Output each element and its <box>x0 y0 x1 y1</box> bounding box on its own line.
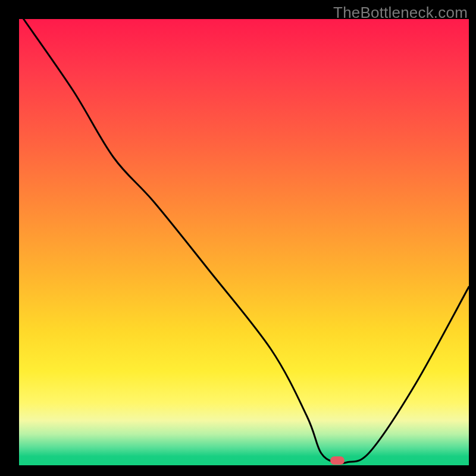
watermark-text: TheBottleneck.com <box>333 4 468 22</box>
optimal-point-marker <box>330 456 345 465</box>
bottleneck-curve <box>19 19 469 465</box>
chart-frame <box>0 0 476 476</box>
plot-area <box>19 19 469 465</box>
